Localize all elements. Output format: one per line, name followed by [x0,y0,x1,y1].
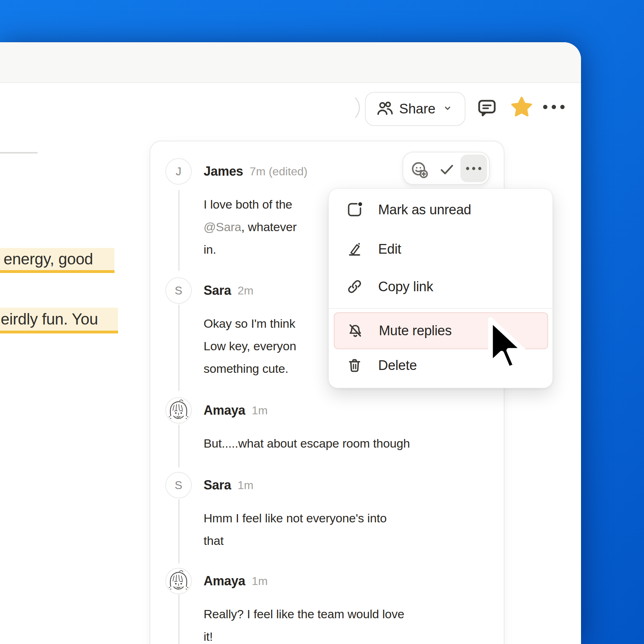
thread-connector-line [178,304,180,391]
add-reaction-icon[interactable] [410,160,429,179]
comment-author: Amaya [204,574,245,589]
comment-timestamp: 2m [238,284,253,297]
menu-item-label: Mark as unread [378,202,471,218]
comment-author: Amaya [204,403,245,418]
comment-hover-toolbar [402,152,490,185]
comment-author: Sara [204,283,231,298]
edit-pencil-icon [347,241,362,257]
comment-author: James [204,164,243,179]
thread-connector-line [178,594,180,644]
menu-item-label: Edit [378,241,401,257]
amaya-avatar [165,397,192,424]
document-divider-line [0,152,38,153]
menu-item-edit[interactable]: Edit [329,231,552,267]
mark-unread-icon [347,202,362,218]
share-button[interactable]: Share [365,92,465,126]
comment-text: Okay so I'm thinkLow key, everyonsomethi… [204,312,296,380]
mouse-cursor [482,315,536,380]
trash-icon [347,357,362,373]
comment-item[interactable]: SSara1mHmm I feel like not everyone's in… [165,472,487,552]
star-favorite-icon[interactable] [510,95,533,120]
comment-timestamp: 1m [252,575,268,588]
initial-avatar: S [165,472,192,498]
comment-timestamp: 7m (edited) [250,165,308,178]
avatar-arc-fragment [331,93,360,122]
highlighted-text[interactable]: energy, good [0,248,114,273]
comment-item[interactable]: Amaya1mReally? I feel like the team woul… [165,568,487,644]
initial-avatar: S [165,277,192,304]
comment-text: But.....what about escape room though [204,432,410,455]
thread-connector-line [178,424,180,468]
highlighted-text[interactable]: eirdly fun. You [0,308,118,333]
menu-item-label: Delete [378,358,417,373]
highlight-text-2: eirdly fun. You [1,310,98,328]
comment-timestamp: 1m [252,404,268,417]
comment-item[interactable]: Amaya1mBut.....what about escape room th… [165,397,487,455]
menu-item-label: Copy link [378,279,433,294]
comment-text: Really? I feel like the team would lovei… [204,603,404,644]
people-icon [376,99,394,119]
comment-timestamp: 1m [238,479,253,492]
chevron-down-icon [440,101,455,117]
comment-text: I love both of the@Sara, whateverin. [204,193,307,261]
copy-link-icon [347,279,362,294]
app-window: Share energy, good eirdly fun. You JJame… [0,42,581,644]
thread-connector-line [178,499,180,564]
comment-text: Hmm I feel like not everyone's intothat [204,507,387,552]
thread-connector-line [178,190,180,271]
user-mention: @Sara [204,220,241,234]
menu-divider [329,308,552,309]
window-top-strip [0,42,581,83]
initial-avatar: J [165,158,192,185]
menu-item-label: Mute replies [379,323,452,338]
comment-bubble-icon[interactable] [477,97,497,119]
comment-author: Sara [204,478,231,493]
share-button-label: Share [399,101,435,117]
amaya-avatar [165,568,192,594]
highlight-text-1: energy, good [4,250,93,268]
mute-bell-icon [347,323,363,339]
ellipsis-icon[interactable] [542,104,566,112]
comment-more-button[interactable] [460,155,487,182]
menu-item-mark-as-unread[interactable]: Mark as unread [329,192,552,228]
menu-item-copy-link[interactable]: Copy link [329,269,552,304]
resolve-check-icon[interactable] [438,161,455,178]
